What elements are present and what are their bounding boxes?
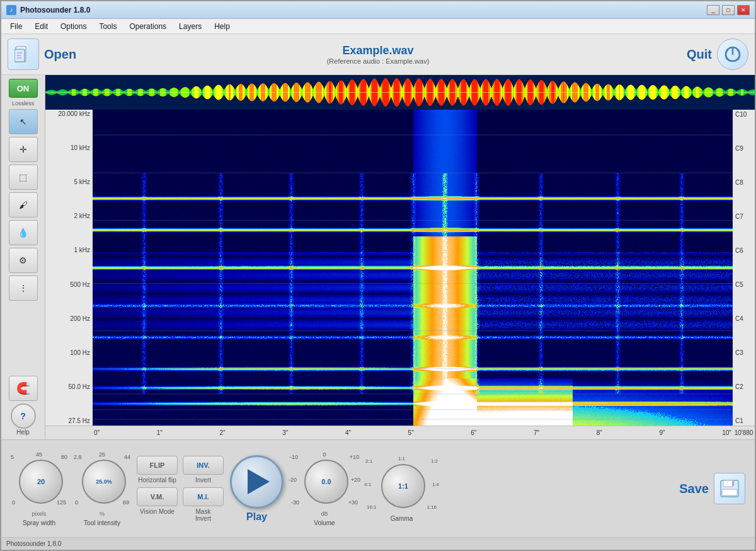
gamma-right-label: 1:4 bbox=[432, 481, 439, 487]
dots-tool[interactable]: ⋮ bbox=[9, 276, 38, 301]
waveform-strip bbox=[45, 75, 755, 110]
time-1: 1" bbox=[157, 429, 163, 436]
freq-spec-area: 20.000 kHz 10 kHz 5 kHz 2 kHz 1 kHz 500 … bbox=[45, 110, 755, 426]
open-icon[interactable] bbox=[8, 38, 39, 70]
spray-width-knob[interactable]: 20 bbox=[19, 460, 63, 504]
note-c4: C4 bbox=[735, 315, 752, 322]
time-10: 10" bbox=[722, 429, 731, 436]
file-title: Example.wav bbox=[327, 44, 430, 57]
menu-options[interactable]: Options bbox=[54, 21, 93, 32]
gamma-br-label: 1:16 bbox=[427, 504, 437, 510]
selection-icon: ⬚ bbox=[19, 173, 27, 182]
invert-button[interactable]: INV. bbox=[183, 456, 224, 475]
vol-bl-label: -30 bbox=[291, 499, 299, 506]
save-button[interactable] bbox=[714, 473, 745, 504]
svg-rect-4 bbox=[723, 480, 733, 487]
gamma-bl-label: 16:1 bbox=[367, 504, 377, 510]
note-c10: C10 bbox=[735, 111, 752, 118]
menu-tools[interactable]: Tools bbox=[93, 21, 123, 32]
play-label: Play bbox=[246, 511, 267, 523]
freq-label-4: 1 kHz bbox=[48, 247, 90, 253]
spray-icon: 💧 bbox=[18, 228, 28, 237]
gamma-top-label: 1:1 bbox=[398, 456, 405, 461]
magnet-tool[interactable]: 🧲 bbox=[9, 376, 38, 401]
note-labels: C10 C9 C8 C7 C6 C5 C4 C3 C2 C1 bbox=[733, 110, 755, 426]
function-buttons: FLIP Horizontal flip INV. Invert V.M. Vi… bbox=[137, 456, 224, 522]
on-button[interactable]: ON bbox=[9, 79, 38, 98]
note-c6: C6 bbox=[735, 247, 752, 254]
time-5: 5" bbox=[408, 429, 414, 436]
intensity-br-label: 69 bbox=[123, 499, 129, 506]
vol-left-label: -20 bbox=[289, 477, 297, 483]
tool-intensity-knob[interactable]: 25.0% bbox=[82, 460, 126, 504]
menu-layers[interactable]: Layers bbox=[173, 21, 208, 32]
spray-top-label: 45 bbox=[36, 451, 42, 458]
volume-knob[interactable]: 0.0 bbox=[304, 460, 348, 504]
brush-tool[interactable]: 🖌 bbox=[9, 192, 38, 218]
note-c3: C3 bbox=[735, 349, 752, 356]
freq-label-6: 200 Hz bbox=[48, 316, 90, 322]
time-end: 10'880 bbox=[733, 429, 755, 436]
gamma-value: 1:1 bbox=[398, 482, 408, 490]
save-label[interactable]: Save bbox=[679, 482, 709, 496]
select-tool[interactable]: ↖ bbox=[9, 109, 38, 134]
quit-label[interactable]: Quit bbox=[687, 47, 712, 62]
magnet-icon: 🧲 bbox=[16, 381, 30, 395]
volume-unit: dB bbox=[321, 511, 328, 517]
file-subtitle: (Reference audio : Example.wav) bbox=[327, 57, 430, 65]
note-c1: C1 bbox=[735, 417, 752, 424]
move-tool[interactable]: ✛ bbox=[9, 137, 38, 162]
gamma-tl-label: 2:1 bbox=[365, 458, 372, 464]
invert-label: Invert bbox=[195, 477, 211, 484]
vol-top-label: 0 bbox=[323, 451, 326, 458]
mi-group: M.I. Mask Invert bbox=[183, 487, 224, 522]
menu-help[interactable]: Help bbox=[208, 21, 236, 32]
minimize-button[interactable]: _ bbox=[707, 5, 719, 15]
menu-operations[interactable]: Operations bbox=[123, 21, 173, 32]
vol-tl-label: -10 bbox=[290, 454, 298, 460]
bottom-controls: 45 5 80 0 125 20 pixels Spray width 25 2… bbox=[1, 439, 755, 537]
gamma-knob-container: 1:1 2:1 1:2 4:1 1:4 16:1 1:16 1:1 bbox=[365, 456, 438, 513]
mask-invert-label: Mask Invert bbox=[195, 508, 211, 522]
vision-mode-label: Vision Mode bbox=[140, 508, 175, 515]
flip-button[interactable]: FLIP bbox=[137, 456, 178, 475]
spectrogram-container[interactable] bbox=[93, 110, 733, 426]
selection-tool[interactable]: ⬚ bbox=[9, 165, 38, 190]
gear-tool[interactable]: ⚙ bbox=[9, 248, 38, 273]
maximize-button[interactable]: □ bbox=[722, 5, 735, 15]
freq-label-8: 50.0 Hz bbox=[48, 384, 90, 390]
spray-left-label: 5 bbox=[11, 454, 14, 460]
spray-right-label: 80 bbox=[61, 454, 67, 460]
time-3: 3" bbox=[282, 429, 288, 436]
vision-mode-button[interactable]: V.M. bbox=[137, 487, 178, 506]
time-4: 4" bbox=[345, 429, 351, 436]
volume-label: Volume bbox=[314, 519, 335, 526]
note-c5: C5 bbox=[735, 281, 752, 288]
tool-intensity-knob-container: 25 2.8 44 0 69 25.0% bbox=[74, 451, 130, 508]
statusbar: Photosounder 1.8.0 bbox=[1, 537, 755, 550]
tool-intensity-unit: % bbox=[100, 511, 105, 517]
quit-button[interactable] bbox=[717, 38, 748, 70]
play-button[interactable] bbox=[230, 455, 284, 509]
lossless-button[interactable]: Lossless bbox=[12, 100, 34, 107]
toolbar-right: Quit bbox=[687, 38, 748, 70]
time-ruler: 0" 1" 2" 3" 4" 5" 6" 7" 8" 9" 10" 10'880 bbox=[45, 426, 755, 439]
volume-knob-container: 0 -10 +10 -20 +20 -30 +30 0.0 bbox=[290, 451, 359, 508]
gamma-knob[interactable]: 1:1 bbox=[381, 464, 425, 508]
play-area: Play bbox=[230, 455, 284, 523]
main-area: ON Lossless ↖ ✛ ⬚ 🖌 💧 ⚙ ⋮ bbox=[1, 75, 755, 439]
help-label: Help bbox=[16, 429, 30, 436]
vol-br-label: +30 bbox=[348, 499, 358, 506]
tool-intensity-value: 25.0% bbox=[96, 478, 112, 485]
open-label[interactable]: Open bbox=[44, 47, 76, 62]
svg-rect-5 bbox=[722, 489, 737, 496]
menu-edit[interactable]: Edit bbox=[28, 21, 54, 32]
help-button[interactable]: ? Help bbox=[11, 403, 36, 436]
invert-group: INV. Invert bbox=[183, 456, 224, 484]
spray-tool[interactable]: 💧 bbox=[9, 220, 38, 245]
menu-file[interactable]: File bbox=[4, 21, 28, 32]
intensity-top-label: 25 bbox=[99, 451, 105, 458]
freq-label-2: 5 kHz bbox=[48, 179, 90, 185]
close-button[interactable]: ✕ bbox=[737, 5, 750, 15]
mask-invert-button[interactable]: M.I. bbox=[183, 487, 224, 506]
